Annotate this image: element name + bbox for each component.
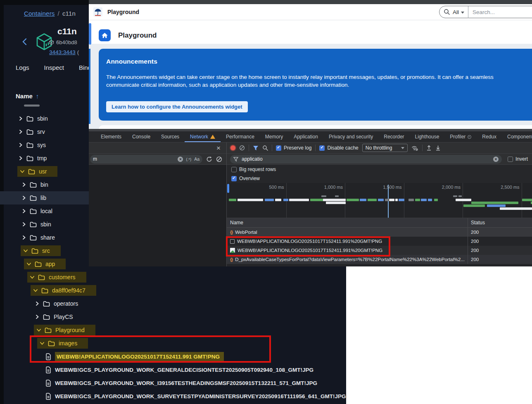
clear-network-log-icon[interactable] bbox=[239, 145, 245, 151]
request-row[interactable]: WEBWB!APPLICATIONLOGO20251017T152411.991… bbox=[227, 237, 532, 246]
chevron-right-icon[interactable] bbox=[34, 315, 40, 319]
devtools-tab-redux[interactable]: Redux bbox=[477, 131, 502, 142]
devtools-tab-label: Lighthouse bbox=[415, 134, 439, 140]
waterfall-bar bbox=[458, 195, 462, 197]
search-input[interactable]: Search... bbox=[473, 9, 495, 15]
devtools-tab-elements[interactable]: Elements bbox=[95, 131, 127, 142]
tab-inspect[interactable]: Inspect bbox=[44, 64, 64, 71]
waterfall-bar bbox=[421, 199, 427, 201]
chevron-right-icon[interactable] bbox=[21, 196, 27, 200]
request-name: D_pxAvailableCaseTypesForPortal?dataView… bbox=[235, 257, 465, 262]
announcements-learn-button[interactable]: Learn how to configure the Announcements… bbox=[106, 101, 248, 112]
request-row[interactable]: {}WebPortal200 bbox=[227, 228, 532, 237]
close-icon[interactable]: × bbox=[216, 145, 221, 152]
devtools-tab-performance[interactable]: Performance bbox=[221, 131, 260, 142]
chevron-right-icon[interactable] bbox=[34, 302, 40, 306]
column-header-name[interactable]: Name bbox=[227, 218, 468, 227]
announcements-title: Announcements bbox=[106, 58, 532, 65]
tree-folder-images[interactable]: images bbox=[0, 337, 346, 350]
throttling-select[interactable]: No throttling bbox=[362, 144, 408, 152]
chevron-down-icon[interactable] bbox=[39, 341, 45, 345]
tree-column-header[interactable]: Name↑ bbox=[16, 93, 39, 100]
tree-folder-da8ff0ef94c7[interactable]: da8ff0ef94c7 bbox=[0, 284, 346, 297]
match-case-toggle-icon[interactable]: Aa bbox=[194, 157, 200, 162]
devtools-tab-profiler[interactable]: Profiler bbox=[444, 131, 477, 142]
chevron-right-icon[interactable] bbox=[17, 143, 24, 147]
breadcrumb-containers-link[interactable]: Containers bbox=[24, 10, 55, 17]
chevron-down-icon[interactable] bbox=[19, 169, 26, 173]
devtools-tab-bar: ElementsConsoleSourcesNetworkPerformance… bbox=[89, 131, 532, 143]
devtools-tab-lighthouse[interactable]: Lighthouse bbox=[410, 131, 445, 142]
record-network-log-icon[interactable] bbox=[230, 145, 235, 150]
clear-search-icon[interactable]: × bbox=[178, 157, 183, 162]
big-request-rows-checkbox[interactable] bbox=[231, 167, 237, 172]
waterfall-bar bbox=[428, 199, 432, 201]
devtools-search-input[interactable]: m × (.*) Aa bbox=[90, 155, 202, 164]
filter-toggle-icon[interactable] bbox=[253, 145, 259, 151]
devtools-tab-label: Recorder bbox=[384, 134, 404, 140]
request-row[interactable]: {}D_pxAvailableCaseTypesForPortal?dataVi… bbox=[227, 255, 532, 264]
request-row[interactable]: WEBWB!APPLICATIONLOGO20251017T152411.991… bbox=[227, 246, 532, 255]
tab-logs[interactable]: Logs bbox=[16, 64, 29, 71]
preserve-log-checkbox[interactable] bbox=[276, 145, 281, 151]
invert-filter[interactable]: Invert bbox=[508, 156, 528, 162]
regex-toggle-icon[interactable]: (.*) bbox=[186, 157, 191, 162]
chevron-right-icon[interactable] bbox=[21, 183, 27, 187]
tree-file-webwb!gcs_playground_wor[interactable]: WEBWB!GCS_PLAYGROUND_WORK_GENERALDECISIO… bbox=[0, 363, 346, 376]
chevron-down-icon[interactable] bbox=[36, 328, 42, 332]
chevron-down-icon[interactable] bbox=[29, 275, 36, 279]
chevron-right-icon[interactable] bbox=[17, 156, 24, 160]
chevron-right-icon[interactable] bbox=[17, 130, 24, 134]
refresh-icon[interactable] bbox=[206, 156, 212, 162]
tree-folder-playground[interactable]: Playground bbox=[0, 323, 346, 337]
overview-checkbox[interactable] bbox=[231, 176, 237, 181]
tree-file-webwb!gcs_playground_wor[interactable]: WEBWB!GCS_PLAYGROUND_WORK_SURVEYTESTPYAD… bbox=[0, 390, 346, 403]
chevron-down-icon[interactable] bbox=[26, 262, 32, 266]
request-name: WEBWB!APPLICATIONLOGO20251017T152411.991… bbox=[237, 239, 382, 244]
search-query-text: m bbox=[93, 156, 178, 162]
chevron-right-icon[interactable] bbox=[17, 116, 24, 121]
export-har-icon[interactable] bbox=[435, 145, 441, 151]
devtools-tab-recorder[interactable]: Recorder bbox=[378, 131, 409, 142]
tree-file-webwb!gcs_playground_wor[interactable]: WEBWB!GCS_PLAYGROUND_WORK_I39156TESTHEAD… bbox=[0, 376, 346, 390]
clear-results-icon[interactable] bbox=[216, 156, 222, 162]
devtools-tab-memory[interactable]: Memory bbox=[260, 131, 288, 142]
network-search-icon[interactable] bbox=[262, 145, 268, 151]
extension-icon bbox=[468, 135, 471, 139]
waterfall-bar bbox=[471, 202, 518, 204]
chevron-right-icon[interactable] bbox=[21, 209, 27, 213]
disable-cache-checkbox[interactable] bbox=[319, 145, 325, 151]
tree-folder-customers[interactable]: customers bbox=[0, 271, 346, 284]
column-header-status[interactable]: Status bbox=[468, 220, 485, 226]
devtools-tab-sources[interactable]: Sources bbox=[156, 131, 185, 142]
network-filter-input[interactable]: applicatio × bbox=[230, 155, 502, 164]
scrollbar-thumb[interactable] bbox=[89, 23, 91, 45]
devtools-tab-network[interactable]: Network bbox=[185, 131, 221, 142]
browser-window: Playground All Search... Playground Anno… bbox=[89, 0, 532, 129]
search-scope-dropdown[interactable]: All bbox=[453, 9, 459, 15]
tree-folder-playcs[interactable]: PlayCS bbox=[0, 310, 346, 323]
home-icon[interactable] bbox=[99, 29, 111, 41]
network-panel: Preserve log Disable cache No throttling bbox=[227, 143, 532, 266]
port-mapping-link[interactable]: 3443:3443 bbox=[49, 49, 76, 55]
collapse-chevron-left-icon[interactable] bbox=[22, 38, 27, 45]
chevron-right-icon[interactable] bbox=[21, 222, 27, 226]
toolbar-divider bbox=[249, 145, 249, 151]
import-har-icon[interactable] bbox=[426, 145, 432, 151]
invert-checkbox[interactable] bbox=[508, 157, 513, 162]
devtools-tab-privacy-and-security[interactable]: Privacy and security bbox=[323, 131, 378, 142]
chevron-down-icon[interactable] bbox=[22, 249, 29, 253]
devtools-tab-application[interactable]: Application bbox=[288, 131, 323, 142]
chevron-down-icon[interactable] bbox=[32, 288, 39, 292]
tree-file-webwb!applicationlogo202[interactable]: WEBWB!APPLICATIONLOGO20251017T152411.991… bbox=[0, 350, 346, 363]
clear-filter-icon[interactable]: × bbox=[493, 157, 499, 162]
network-conditions-icon[interactable] bbox=[411, 145, 418, 151]
network-overview-timeline[interactable]: 500 ms1,000 ms1,500 ms2,000 ms2,500 ms bbox=[227, 183, 532, 218]
chevron-right-icon[interactable] bbox=[21, 235, 27, 240]
global-search-box[interactable]: All Search... bbox=[439, 6, 532, 18]
small-cube-icon bbox=[49, 40, 54, 45]
devtools-tab-console[interactable]: Console bbox=[127, 131, 156, 142]
tree-folder-operators[interactable]: operators bbox=[0, 297, 346, 310]
devtools-tab-components[interactable]: Components bbox=[502, 131, 532, 142]
timeline-selection-handle[interactable] bbox=[227, 184, 229, 193]
